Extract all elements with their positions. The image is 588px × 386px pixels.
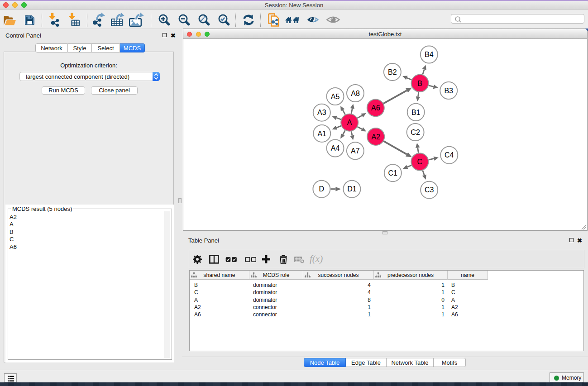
svg-text:C3: C3	[425, 186, 434, 194]
svg-text:B3: B3	[444, 87, 453, 95]
svg-text:A: A	[347, 119, 352, 126]
svg-text:A3: A3	[317, 109, 326, 116]
svg-text:A8: A8	[351, 90, 360, 97]
svg-text:A7: A7	[351, 147, 360, 155]
svg-text:C2: C2	[411, 129, 420, 136]
svg-text:C: C	[417, 158, 423, 166]
svg-text:B1: B1	[411, 109, 421, 116]
svg-text:B: B	[417, 80, 422, 87]
svg-text:A2: A2	[371, 133, 380, 141]
svg-text:A1: A1	[317, 130, 326, 138]
svg-text:B4: B4	[425, 51, 434, 58]
svg-text:D1: D1	[347, 185, 357, 193]
svg-text:A6: A6	[371, 104, 380, 112]
svg-text:C4: C4	[445, 151, 454, 159]
svg-text:B2: B2	[388, 68, 397, 76]
svg-text:D: D	[319, 185, 325, 193]
svg-text:A5: A5	[331, 93, 340, 100]
svg-text:A4: A4	[331, 144, 340, 152]
svg-text:C1: C1	[388, 169, 398, 177]
